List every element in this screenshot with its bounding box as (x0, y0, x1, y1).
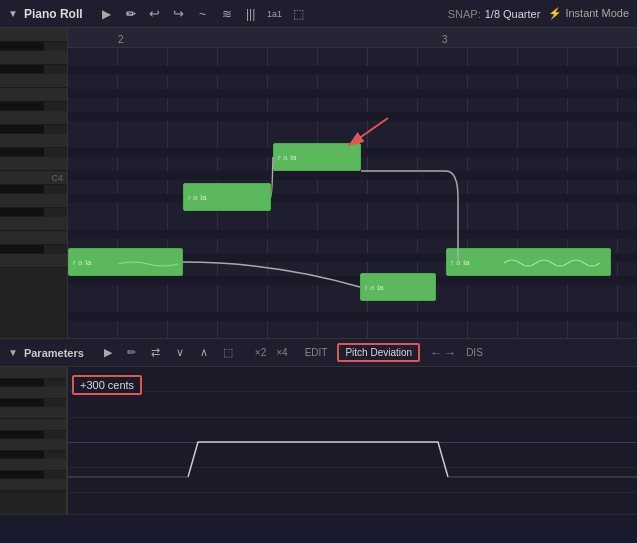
note-5-curve (118, 257, 178, 271)
note-6-pitch: r a (451, 258, 460, 267)
snap-section: SNAP: 1/8 Quarter (448, 8, 541, 20)
param-graph-area: +300 cents (0, 367, 637, 514)
grid-hrow-3 (68, 112, 637, 121)
param-multipliers: ×2 ×4 (252, 346, 291, 359)
snap-label: SNAP: (448, 8, 481, 20)
param-collapse-icon[interactable]: ▼ (8, 347, 18, 358)
instant-mode[interactable]: ⚡ Instant Mode (548, 7, 629, 20)
cents-value-box[interactable]: +300 cents (72, 375, 142, 395)
mult-x4-btn[interactable]: ×4 (273, 346, 290, 359)
marker-icon[interactable]: 1a1 (265, 4, 285, 24)
toolbar-icons: ▶ ✏ ↩ ↪ ~ ≋ ||| 1a1 ⬚ (97, 4, 309, 24)
param-title: Parameters (24, 347, 84, 359)
grid-hrow-6 (68, 194, 637, 203)
note-6-wave (504, 255, 604, 271)
title-bar-left: ▼ Piano Roll ▶ ✏ ↩ ↪ ~ ≋ ||| 1a1 ⬚ (8, 4, 440, 24)
param-nav-right[interactable]: → (444, 346, 456, 360)
param-nav-left[interactable]: ← (430, 346, 442, 360)
note-5-pitch: r a (73, 258, 82, 267)
note-4-label: la (377, 283, 383, 292)
note-5-label: la (85, 258, 91, 267)
instant-mode-label: ⚡ Instant Mode (548, 7, 629, 20)
grid-hrow-1 (68, 66, 637, 75)
param-arrows-btn[interactable]: ⇄ (146, 344, 166, 362)
title-bar: ▼ Piano Roll ▶ ✏ ↩ ↪ ~ ≋ ||| 1a1 ⬚ SNAP:… (0, 0, 637, 28)
param-up-btn[interactable]: ∧ (194, 344, 214, 362)
edit-label: EDIT (305, 347, 328, 358)
note-2[interactable]: r a la (183, 183, 271, 211)
note-3-label: la (290, 153, 296, 162)
note-2-label: la (200, 193, 206, 202)
ruler-mark-3: 3 (442, 34, 448, 47)
curve-icon[interactable]: ~ (193, 4, 213, 24)
piano-roll-collapse-icon[interactable]: ▼ (8, 8, 18, 19)
grid-hrow-7 (68, 230, 637, 239)
note-4[interactable]: r a la (360, 273, 436, 301)
dis-label: DIS (466, 347, 483, 358)
mult-x2-btn[interactable]: ×2 (252, 346, 269, 359)
param-toolbar: ▶ ✏ ⇄ ∨ ∧ ⬚ (98, 344, 238, 362)
grid-hrow-5 (68, 171, 637, 180)
pitch-deviation-btn[interactable]: Pitch Deviation (337, 343, 420, 362)
snap-value[interactable]: 1/8 Quarter (485, 8, 541, 20)
ruler-mark-2: 2 (118, 34, 124, 47)
grid-hrow-2 (68, 89, 637, 98)
param-grid-btn[interactable]: ⬚ (218, 344, 238, 362)
grid-background: r a la r a la r a la r a la (68, 48, 637, 338)
piano-keys: C4 (0, 28, 68, 338)
play-icon[interactable]: ▶ (97, 4, 117, 24)
param-pencil-btn[interactable]: ✏ (122, 344, 142, 362)
redo-icon[interactable]: ↪ (169, 4, 189, 24)
piano-roll-title: Piano Roll (24, 7, 83, 21)
wave-icon[interactable]: ≋ (217, 4, 237, 24)
ruler: 2 3 (68, 28, 637, 48)
param-graph[interactable]: +300 cents (68, 367, 637, 514)
param-nav-btns: ← → (430, 346, 456, 360)
grid-icon[interactable]: ⬚ (289, 4, 309, 24)
note-3[interactable]: r a la (273, 143, 361, 171)
note-6-label: la (463, 258, 469, 267)
bars-icon[interactable]: ||| (241, 4, 261, 24)
note-6[interactable]: r a la (446, 248, 611, 276)
note-4-pitch: r a (365, 283, 374, 292)
param-down-btn[interactable]: ∨ (170, 344, 190, 362)
parameters-section: ▼ Parameters ▶ ✏ ⇄ ∨ ∧ ⬚ ×2 ×4 EDIT Pitc… (0, 338, 637, 513)
grid-area[interactable]: 2 3 (68, 28, 637, 338)
undo-icon[interactable]: ↩ (145, 4, 165, 24)
note-3-pitch: r a (278, 153, 287, 162)
pitch-curve-svg (68, 367, 637, 514)
grid-hrow-9 (68, 276, 637, 285)
svg-line-1 (348, 118, 388, 146)
param-piano-keys (0, 367, 68, 514)
grid-hrow-10 (68, 312, 637, 321)
note-5[interactable]: r a la (68, 248, 183, 276)
parameters-header: ▼ Parameters ▶ ✏ ⇄ ∨ ∧ ⬚ ×2 ×4 EDIT Pitc… (0, 339, 637, 367)
param-play-btn[interactable]: ▶ (98, 344, 118, 362)
piano-roll-main: C4 2 3 (0, 28, 637, 338)
note-2-pitch: r a (188, 193, 197, 202)
pencil-icon[interactable]: ✏ (121, 4, 141, 24)
param-scrollbar[interactable] (0, 514, 637, 524)
